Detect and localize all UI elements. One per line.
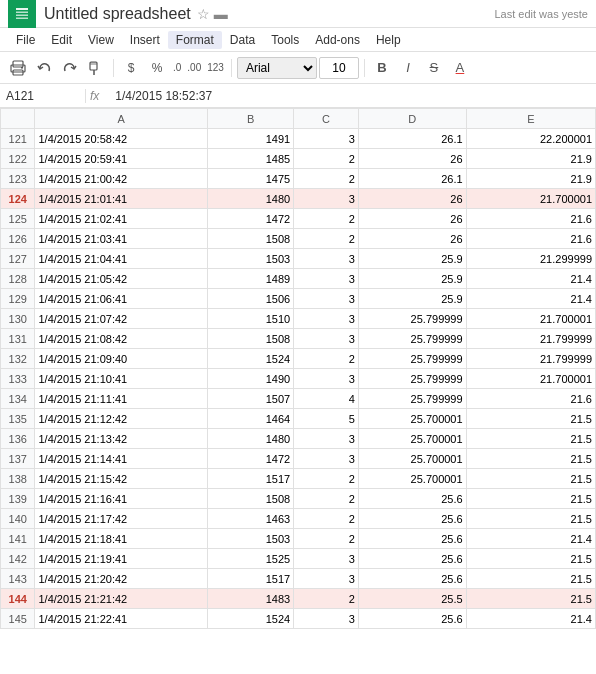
table-cell[interactable]: 1490 bbox=[207, 369, 293, 389]
table-cell[interactable]: 1/4/2015 21:11:41 bbox=[35, 389, 207, 409]
table-cell[interactable]: 1517 bbox=[207, 469, 293, 489]
table-cell[interactable]: 21.299999 bbox=[466, 249, 595, 269]
table-cell[interactable]: 21.4 bbox=[466, 289, 595, 309]
table-cell[interactable]: 26 bbox=[358, 209, 466, 229]
menu-file[interactable]: File bbox=[8, 31, 43, 49]
menu-data[interactable]: Data bbox=[222, 31, 263, 49]
menu-addons[interactable]: Add-ons bbox=[307, 31, 368, 49]
table-cell[interactable]: 1510 bbox=[207, 309, 293, 329]
table-cell[interactable]: 3 bbox=[294, 429, 359, 449]
table-cell[interactable]: 1/4/2015 21:19:41 bbox=[35, 549, 207, 569]
table-cell[interactable]: 1489 bbox=[207, 269, 293, 289]
menu-tools[interactable]: Tools bbox=[263, 31, 307, 49]
table-cell[interactable]: 21.5 bbox=[466, 449, 595, 469]
table-cell[interactable]: 1/4/2015 21:05:42 bbox=[35, 269, 207, 289]
table-cell[interactable]: 21.5 bbox=[466, 409, 595, 429]
font-size-input[interactable] bbox=[319, 57, 359, 79]
table-cell[interactable]: 26.1 bbox=[358, 129, 466, 149]
table-cell[interactable]: 1/4/2015 21:22:41 bbox=[35, 609, 207, 629]
table-cell[interactable]: 26 bbox=[358, 229, 466, 249]
table-cell[interactable]: 1508 bbox=[207, 489, 293, 509]
table-cell[interactable]: 25.6 bbox=[358, 489, 466, 509]
col-header-b[interactable]: B bbox=[207, 109, 293, 129]
table-cell[interactable]: 3 bbox=[294, 549, 359, 569]
menu-edit[interactable]: Edit bbox=[43, 31, 80, 49]
table-cell[interactable]: 1524 bbox=[207, 609, 293, 629]
table-cell[interactable]: 2 bbox=[294, 209, 359, 229]
table-cell[interactable]: 1475 bbox=[207, 169, 293, 189]
table-cell[interactable]: 1506 bbox=[207, 289, 293, 309]
table-cell[interactable]: 1/4/2015 20:58:42 bbox=[35, 129, 207, 149]
table-cell[interactable]: 3 bbox=[294, 189, 359, 209]
table-cell[interactable]: 1/4/2015 21:17:42 bbox=[35, 509, 207, 529]
table-cell[interactable]: 1480 bbox=[207, 189, 293, 209]
table-cell[interactable]: 1508 bbox=[207, 329, 293, 349]
table-cell[interactable]: 25.700001 bbox=[358, 449, 466, 469]
table-cell[interactable]: 2 bbox=[294, 229, 359, 249]
table-cell[interactable]: 1/4/2015 21:16:41 bbox=[35, 489, 207, 509]
table-cell[interactable]: 21.4 bbox=[466, 269, 595, 289]
table-cell[interactable]: 1463 bbox=[207, 509, 293, 529]
table-cell[interactable]: 2 bbox=[294, 509, 359, 529]
table-cell[interactable]: 1472 bbox=[207, 209, 293, 229]
table-cell[interactable]: 2 bbox=[294, 489, 359, 509]
table-cell[interactable]: 21.4 bbox=[466, 609, 595, 629]
table-cell[interactable]: 1/4/2015 21:12:42 bbox=[35, 409, 207, 429]
table-cell[interactable]: 1/4/2015 21:00:42 bbox=[35, 169, 207, 189]
table-cell[interactable]: 1507 bbox=[207, 389, 293, 409]
menu-insert[interactable]: Insert bbox=[122, 31, 168, 49]
table-cell[interactable]: 5 bbox=[294, 409, 359, 429]
table-cell[interactable]: 2 bbox=[294, 469, 359, 489]
more-formats2-button[interactable]: 123 bbox=[205, 56, 226, 80]
undo-button[interactable] bbox=[32, 56, 56, 80]
table-cell[interactable]: 1480 bbox=[207, 429, 293, 449]
redo-button[interactable] bbox=[58, 56, 82, 80]
table-cell[interactable]: 1483 bbox=[207, 589, 293, 609]
table-cell[interactable]: 21.6 bbox=[466, 229, 595, 249]
table-cell[interactable]: 1/4/2015 21:18:41 bbox=[35, 529, 207, 549]
table-cell[interactable]: 3 bbox=[294, 309, 359, 329]
document-title[interactable]: Untitled spreadsheet bbox=[44, 5, 191, 23]
table-cell[interactable]: 21.799999 bbox=[466, 329, 595, 349]
table-cell[interactable]: 1508 bbox=[207, 229, 293, 249]
table-cell[interactable]: 1503 bbox=[207, 249, 293, 269]
table-cell[interactable]: 2 bbox=[294, 169, 359, 189]
more-formats-button[interactable]: .00 bbox=[185, 56, 203, 80]
table-cell[interactable]: 1/4/2015 21:13:42 bbox=[35, 429, 207, 449]
menu-help[interactable]: Help bbox=[368, 31, 409, 49]
table-cell[interactable]: 1525 bbox=[207, 549, 293, 569]
table-cell[interactable]: 3 bbox=[294, 449, 359, 469]
table-cell[interactable]: 3 bbox=[294, 569, 359, 589]
table-cell[interactable]: 25.700001 bbox=[358, 409, 466, 429]
table-cell[interactable]: 2 bbox=[294, 149, 359, 169]
table-cell[interactable]: 21.5 bbox=[466, 489, 595, 509]
table-cell[interactable]: 21.9 bbox=[466, 149, 595, 169]
table-cell[interactable]: 25.6 bbox=[358, 509, 466, 529]
table-cell[interactable]: 25.6 bbox=[358, 609, 466, 629]
table-cell[interactable]: 26.1 bbox=[358, 169, 466, 189]
table-cell[interactable]: 1517 bbox=[207, 569, 293, 589]
bold-button[interactable]: B bbox=[370, 56, 394, 80]
table-cell[interactable]: 25.799999 bbox=[358, 349, 466, 369]
table-cell[interactable]: 2 bbox=[294, 589, 359, 609]
font-select[interactable]: Arial bbox=[237, 57, 317, 79]
table-cell[interactable]: 25.799999 bbox=[358, 329, 466, 349]
underline-color-button[interactable]: A bbox=[448, 56, 472, 80]
table-cell[interactable]: 21.6 bbox=[466, 209, 595, 229]
table-cell[interactable]: 3 bbox=[294, 609, 359, 629]
table-cell[interactable]: 2 bbox=[294, 349, 359, 369]
table-cell[interactable]: 1/4/2015 21:15:42 bbox=[35, 469, 207, 489]
table-cell[interactable]: 25.6 bbox=[358, 569, 466, 589]
table-cell[interactable]: 1503 bbox=[207, 529, 293, 549]
col-header-d[interactable]: D bbox=[358, 109, 466, 129]
table-cell[interactable]: 25.6 bbox=[358, 549, 466, 569]
star-icon[interactable]: ☆ bbox=[197, 6, 210, 22]
italic-button[interactable]: I bbox=[396, 56, 420, 80]
table-cell[interactable]: 25.700001 bbox=[358, 429, 466, 449]
table-cell[interactable]: 21.4 bbox=[466, 529, 595, 549]
paint-format-button[interactable] bbox=[84, 56, 108, 80]
table-cell[interactable]: 3 bbox=[294, 329, 359, 349]
table-cell[interactable]: 1472 bbox=[207, 449, 293, 469]
table-cell[interactable]: 1/4/2015 21:07:42 bbox=[35, 309, 207, 329]
col-header-a[interactable]: A bbox=[35, 109, 207, 129]
